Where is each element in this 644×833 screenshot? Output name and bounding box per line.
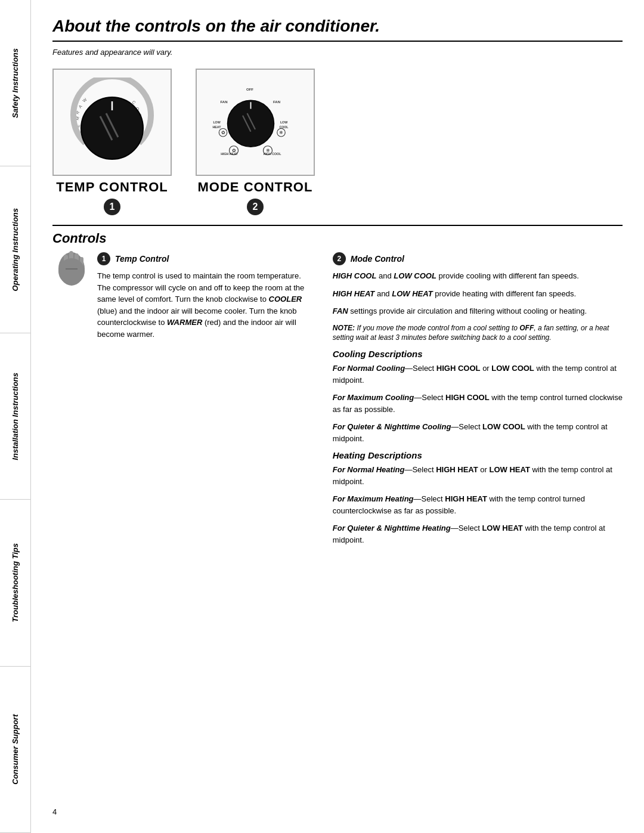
svg-text:❄: ❄ [266, 148, 270, 153]
svg-text:A: A [78, 104, 83, 109]
mode-control-label: MODE CONTROL [198, 179, 313, 195]
svg-text:❄: ❄ [279, 130, 283, 135]
hand-icon [52, 246, 91, 294]
cooling-maximum: For Maximum Cooling—Select HIGH COOL wit… [333, 392, 623, 415]
svg-text:LOW: LOW [213, 120, 220, 124]
mode-dial-box: OFF FAN FAN LOW HEAT LOW COOL HIGH HEAT … [196, 69, 315, 176]
sidebar-label-consumer: Consumer Support [11, 714, 20, 785]
svg-text:✿: ✿ [232, 148, 236, 153]
sidebar-section-consumer: Consumer Support [0, 667, 30, 833]
mode-heading-text: Mode Control [351, 254, 404, 264]
hand-icon-container [52, 246, 91, 296]
page-number: 4 [52, 807, 623, 816]
svg-text:OFF: OFF [246, 88, 253, 91]
svg-text:COOL: COOL [279, 125, 289, 129]
heating-normal: For Normal Heating—Select HIGH HEAT or L… [333, 464, 623, 487]
sidebar-label-safety: Safety Instructions [11, 48, 20, 118]
sidebar-label-installation: Installation Instructions [11, 373, 20, 460]
temp-dial: W A R M E R C O O L E R [67, 78, 157, 167]
controls-title: Controls [52, 225, 623, 246]
main-content: About the controls on the air conditione… [31, 0, 644, 833]
mode-circle-2: 2 [333, 252, 346, 265]
mode-control-container: OFF FAN FAN LOW HEAT LOW COOL HIGH HEAT … [196, 69, 315, 215]
sidebar: Safety Instructions Operating Instructio… [0, 0, 31, 833]
temp-dial-box: W A R M E R C O O L E R [52, 69, 172, 176]
svg-text:LOW: LOW [280, 120, 287, 124]
subtitle: Features and appearance will vary. [52, 48, 623, 57]
temp-circle-1: 1 [97, 252, 110, 265]
temp-control-desc: 1 Temp Control The temp control is used … [52, 252, 315, 795]
sidebar-section-operating: Operating Instructions [0, 166, 30, 333]
svg-text:FAN: FAN [273, 100, 280, 104]
dial-section: W A R M E R C O O L E R [52, 69, 623, 215]
temp-control-text-block: 1 Temp Control The temp control is used … [97, 252, 315, 346]
mode-high-heat-text: HIGH HEAT and LOW HEAT provide heating w… [333, 288, 623, 300]
heating-desc-heading: Heating Descriptions [333, 450, 623, 460]
svg-point-42 [58, 258, 85, 284]
page-title: About the controls on the air conditione… [52, 17, 623, 42]
sidebar-label-operating: Operating Instructions [11, 208, 20, 291]
heating-maximum: For Maximum Heating—Select HIGH HEAT wit… [333, 493, 623, 516]
sidebar-label-troubleshooting: Troubleshooting Tips [11, 543, 20, 622]
mode-control-section-heading: 2 Mode Control [333, 252, 623, 265]
mode-control-number: 2 [247, 199, 264, 215]
temp-control-container: W A R M E R C O O L E R [52, 69, 172, 215]
cooling-normal: For Normal Cooling—Select HIGH COOL or L… [333, 363, 623, 386]
heating-quieter: For Quieter & Nighttime Heating—Select L… [333, 522, 623, 546]
svg-text:FAN: FAN [221, 100, 228, 104]
cooling-quieter: For Quieter & Nighttime Cooling—Select L… [333, 421, 623, 444]
cooling-desc-heading: Cooling Descriptions [333, 349, 623, 359]
svg-text:✿: ✿ [221, 130, 225, 135]
temp-control-section-heading: 1 Temp Control [97, 252, 315, 265]
mode-control-right: 2 Mode Control HIGH COOL and LOW COOL pr… [333, 252, 623, 795]
mode-note-text: NOTE: If you move the mode control from … [333, 323, 623, 343]
temp-body: The temp control is used to maintain the… [97, 270, 315, 340]
mode-high-cool-text: HIGH COOL and LOW COOL provide cooling w… [333, 270, 623, 282]
sidebar-section-safety: Safety Instructions [0, 0, 30, 166]
controls-heading: Controls [52, 231, 106, 246]
svg-text:HEAT: HEAT [213, 125, 222, 129]
svg-text:W: W [82, 97, 88, 103]
temp-heading-text: Temp Control [115, 254, 169, 264]
mode-fan-text: FAN settings provide air circulation and… [333, 305, 623, 317]
sidebar-section-troubleshooting: Troubleshooting Tips [0, 500, 30, 666]
temp-control-label: TEMP CONTROL [56, 179, 168, 195]
temp-control-number: 1 [104, 199, 120, 215]
sidebar-section-installation: Installation Instructions [0, 333, 30, 500]
mode-dial: OFF FAN FAN LOW HEAT LOW COOL HIGH HEAT … [210, 78, 300, 167]
